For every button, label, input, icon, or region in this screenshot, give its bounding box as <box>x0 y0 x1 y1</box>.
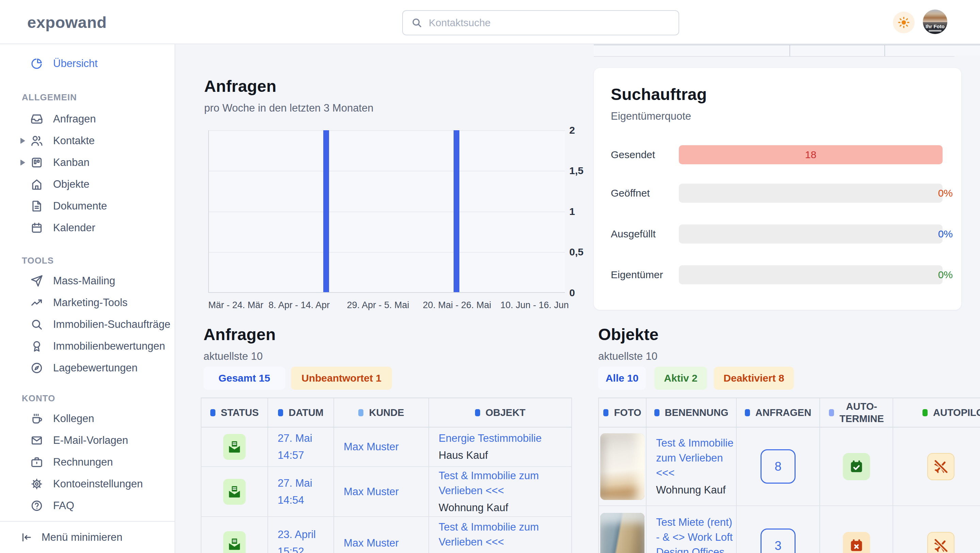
sidebar-item-uebersicht[interactable]: Übersicht <box>0 53 175 74</box>
mail-icon <box>30 434 43 447</box>
section-title-konto: KONTO <box>0 390 175 404</box>
sidebar-item-immobilien-suchauftraege[interactable]: Immobilien-Suchaufträge <box>0 313 175 335</box>
anfragen-count-button[interactable]: 3 <box>760 529 795 553</box>
col-header-autopilot: AUTOPILOT <box>893 398 980 427</box>
anfrage-time-link[interactable]: 15:52 <box>278 544 316 553</box>
briefcase-icon <box>30 455 43 469</box>
y-axis-tick: 2 <box>569 124 575 137</box>
tab-gesamt[interactable]: Gesamt 15 <box>204 367 285 390</box>
arrow-bar-left-icon <box>21 531 33 543</box>
objekt-link[interactable]: Test & Immobilie zum Verlieben <<< <box>439 520 565 550</box>
users-icon <box>30 134 43 148</box>
table-row-status <box>202 517 268 553</box>
meter-value: 0% <box>938 228 953 240</box>
sidebar: Übersicht ALLGEMEIN Anfragen Kontakte <box>0 44 175 553</box>
sidebar-item-lagebewertungen[interactable]: Lagebewertungen <box>0 357 175 379</box>
scrolled-card-edge <box>594 44 980 56</box>
mail-received-icon <box>223 479 246 505</box>
inbox-icon <box>30 112 43 126</box>
anfragen-count-button[interactable]: 8 <box>760 449 795 484</box>
menu-minimize-button[interactable]: Menü minimieren <box>0 521 175 553</box>
objekte-table: FOTO BENENNUNG ANFRAGEN AUTO-TERMINE AUT… <box>598 397 980 553</box>
compass-icon <box>30 361 43 375</box>
meter-ausgefuellt: Ausgefüllt 0% <box>594 224 961 243</box>
sidebar-item-kanban[interactable]: Kanban <box>0 152 175 173</box>
col-header-foto: FOTO <box>599 398 646 427</box>
objekte-section-title: Objekte <box>598 325 659 344</box>
x-axis-tick: 29. Apr - 5. Mai <box>347 300 409 310</box>
pie-chart-icon <box>30 57 43 70</box>
tab-aktiv[interactable]: Aktiv 2 <box>654 367 707 390</box>
mail-received-icon <box>223 531 246 553</box>
sidebar-item-dokumente[interactable]: Dokumente <box>0 195 175 217</box>
award-icon <box>30 339 43 353</box>
objekt-link[interactable]: Test & Immobilie zum Verlieben <<< <box>439 468 565 498</box>
chevron-right-icon[interactable] <box>21 138 25 144</box>
contact-search[interactable] <box>402 10 679 35</box>
tab-unbeantwortet[interactable]: Unbeantwortet 1 <box>291 367 392 390</box>
anfrage-date-link[interactable]: 27. Mai <box>278 476 312 491</box>
sidebar-item-rechnungen[interactable]: Rechnungen <box>0 451 175 473</box>
col-header-datum: DATUM <box>268 398 334 427</box>
anfrage-time-link[interactable]: 14:57 <box>278 448 312 463</box>
tab-alle[interactable]: Alle 10 <box>598 367 646 390</box>
tab-deaktiviert[interactable]: Deaktiviert 8 <box>714 367 794 390</box>
search-input[interactable] <box>429 17 670 29</box>
sidebar-item-kalender[interactable]: Kalender <box>0 217 175 239</box>
kunde-link[interactable]: Max Muster <box>344 484 399 499</box>
anfrage-time-link[interactable]: 14:54 <box>278 493 312 508</box>
y-axis-tick: 0,5 <box>569 246 584 258</box>
main-content: Anfragen pro Woche in den letzten 3 Mona… <box>175 44 980 553</box>
anfragen-bar-chart <box>208 130 565 293</box>
sidebar-item-mass-mailing[interactable]: Mass-Mailing <box>0 270 175 292</box>
kunde-link[interactable]: Max Muster <box>344 536 399 551</box>
col-header-benennung: BENENNUNG <box>646 398 737 427</box>
mail-received-icon <box>223 434 246 460</box>
app-logo: expowand <box>27 13 107 32</box>
kanban-icon <box>30 156 43 169</box>
x-axis-tick: 20. Mai - 26. Mai <box>423 300 491 310</box>
chart-bar <box>453 130 460 292</box>
sidebar-item-anfragen[interactable]: Anfragen <box>0 108 175 130</box>
sidebar-item-faq[interactable]: FAQ <box>0 495 175 516</box>
sidebar-item-kollegen[interactable]: Kollegen <box>0 408 175 429</box>
objekt-benennung-link[interactable]: Test Miete (rent) - & <> Work Loft Desig… <box>656 515 736 553</box>
theme-toggle-button[interactable] <box>893 11 915 33</box>
suchauftrag-title: Suchauftrag <box>611 85 707 104</box>
sidebar-item-kontoeinstellungen[interactable]: Kontoeinstellungen <box>0 473 175 495</box>
avatar-caption: Ihr Foto <box>923 22 947 34</box>
document-icon <box>30 199 43 213</box>
anfrage-date-link[interactable]: 27. Mai <box>278 431 312 446</box>
top-header-bar: expowand Ihr Foto <box>0 0 980 44</box>
sidebar-item-email-vorlagen[interactable]: E-Mail-Vorlagen <box>0 429 175 451</box>
suchauftrag-card: Suchauftrag Eigentümerquote Gesendet 18 … <box>594 68 961 310</box>
calendar-icon <box>30 221 43 235</box>
user-avatar[interactable]: Ihr Foto <box>923 10 947 34</box>
col-header-auto-termine: AUTO-TERMINE <box>820 398 893 427</box>
anfrage-date-link[interactable]: 23. April <box>278 527 316 542</box>
column-dot <box>829 409 834 416</box>
meter-gesendet: Gesendet 18 <box>594 145 961 164</box>
kunde-link[interactable]: Max Muster <box>344 439 399 454</box>
sidebar-item-objekte[interactable]: Objekte <box>0 173 175 195</box>
column-dot <box>358 409 363 416</box>
objekt-benennung-link[interactable]: Test & Immobilie zum Verlieben <<< <box>656 435 734 481</box>
sun-icon <box>897 16 910 29</box>
col-header-anfragen: ANFRAGEN <box>737 398 820 427</box>
chevron-right-icon[interactable] <box>21 159 25 165</box>
col-header-status: STATUS <box>202 398 268 427</box>
sidebar-item-partial[interactable] <box>0 516 175 521</box>
y-axis-tick: 1,5 <box>569 165 584 177</box>
property-photo[interactable] <box>600 433 644 500</box>
chart-bar <box>323 130 329 292</box>
column-dot <box>745 409 750 416</box>
sidebar-item-marketing-tools[interactable]: Marketing-Tools <box>0 292 175 313</box>
objekt-type: Wohnung Kauf <box>439 500 565 515</box>
scrolled-card-edge-border <box>594 56 955 57</box>
sidebar-item-immobilienbewertungen[interactable]: Immobilienbewertungen <box>0 335 175 357</box>
calendar-check-icon <box>843 453 870 480</box>
objekt-link[interactable]: Energie Testimmobilie <box>439 431 542 446</box>
section-title-allgemein: ALLGEMEIN <box>0 89 175 103</box>
property-photo[interactable] <box>600 513 644 553</box>
sidebar-item-kontakte[interactable]: Kontakte <box>0 130 175 152</box>
